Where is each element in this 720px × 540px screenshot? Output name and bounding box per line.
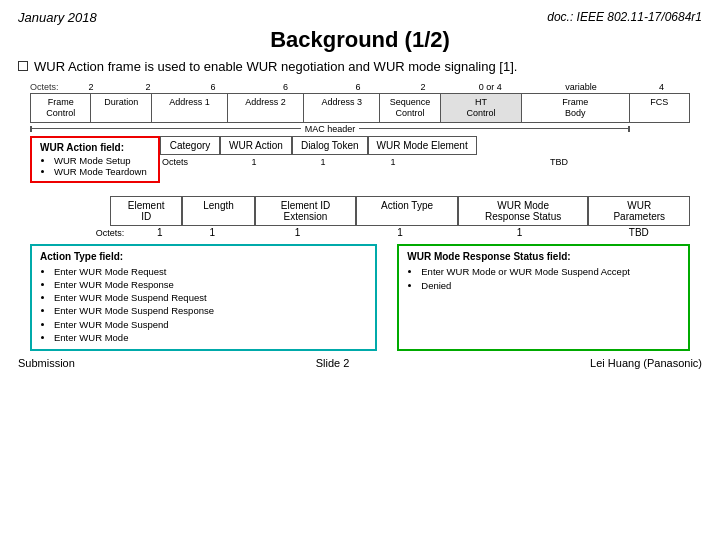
wur-action-field-list: WUR Mode Setup WUR Mode Teardown bbox=[40, 155, 150, 177]
page: January 2018 doc.: IEEE 802.11-17/0684r1… bbox=[0, 0, 720, 540]
elem-val-5: 1 bbox=[451, 227, 587, 238]
frame-cell-seq: SequenceControl bbox=[380, 94, 440, 122]
action-type-item-1: Enter WUR Mode Request bbox=[54, 265, 367, 278]
cat-val-4: TBD bbox=[428, 157, 690, 167]
wur-action-field-box: WUR Action field: WUR Mode Setup WUR Mod… bbox=[30, 136, 160, 183]
footer-right: Lei Huang (Panasonic) bbox=[590, 357, 702, 369]
wur-parameters-box: WURParameters bbox=[588, 196, 690, 226]
action-type-item-4: Enter WUR Mode Suspend Response bbox=[54, 304, 367, 317]
wur-action-item-2: WUR Mode Teardown bbox=[54, 166, 150, 177]
octets-elem-label: Octets: 1 bbox=[110, 227, 178, 238]
wur-mode-response-list: Enter WUR Mode or WUR Mode Suspend Accep… bbox=[407, 265, 680, 294]
frame-cell-addr2: Address 2 bbox=[228, 94, 304, 122]
wur-mode-resp-item-1: Enter WUR Mode or WUR Mode Suspend Accep… bbox=[421, 265, 680, 279]
footer: Submission Slide 2 Lei Huang (Panasonic) bbox=[18, 357, 702, 369]
wur-action-field-title: WUR Action field: bbox=[40, 142, 150, 153]
action-type-list: Enter WUR Mode Request Enter WUR Mode Re… bbox=[40, 265, 367, 345]
dialog-token-box: Dialog Token bbox=[292, 136, 368, 155]
wur-mode-response-title: WUR Mode Response Status field: bbox=[407, 251, 680, 262]
octets-label-elem: Octets: bbox=[96, 228, 125, 238]
footer-center: Slide 2 bbox=[316, 357, 350, 369]
category-box: Category bbox=[160, 136, 220, 155]
frame-cell-fc: FrameControl bbox=[31, 94, 91, 122]
octets-label-top: Octets: bbox=[30, 82, 59, 92]
page-title: Background (1/2) bbox=[18, 27, 702, 53]
wur-action-box-label: WUR Action bbox=[220, 136, 292, 155]
length-box: Length bbox=[182, 196, 254, 226]
element-boxes-row: ElementID Length Element IDExtension Act… bbox=[110, 196, 690, 226]
frame-cell-dur: Duration bbox=[91, 94, 151, 122]
bullet-square bbox=[18, 61, 28, 71]
elem-val-4: 1 bbox=[349, 227, 451, 238]
frame-cell-body: FrameBody bbox=[522, 94, 629, 122]
action-type-item-2: Enter WUR Mode Response bbox=[54, 278, 367, 291]
bottom-section: Action Type field: Enter WUR Mode Reques… bbox=[30, 244, 690, 352]
header-right: doc.: IEEE 802.11-17/0684r1 bbox=[547, 10, 702, 24]
element-id-ext-box: Element IDExtension bbox=[255, 196, 357, 226]
frame-diagram: Octets: 2 2 6 6 6 2 0 or 4 variable 4 Fr… bbox=[30, 82, 690, 134]
action-type-item-3: Enter WUR Mode Suspend Request bbox=[54, 291, 367, 304]
annotation-area: WUR Action field: WUR Mode Setup WUR Mod… bbox=[30, 136, 690, 194]
frame-boxes: FrameControl Duration Address 1 Address … bbox=[30, 93, 690, 123]
mac-header-brace: MAC header bbox=[30, 124, 630, 134]
frame-cell-addr3: Address 3 bbox=[304, 94, 380, 122]
element-values-row: Octets: 1 1 1 1 1 TBD bbox=[110, 227, 690, 238]
header: January 2018 doc.: IEEE 802.11-17/0684r1 bbox=[18, 10, 702, 25]
action-type-item-6: Enter WUR Mode bbox=[54, 331, 367, 344]
frame-cell-fcs: FCS bbox=[630, 94, 689, 122]
wur-mode-element-box: WUR Mode Element bbox=[368, 136, 477, 155]
cat-val-3: 1 bbox=[358, 157, 428, 167]
frame-cell-ht: HTControl bbox=[441, 94, 522, 122]
wur-mode-response-box: WUR Mode Response Status field: Enter WU… bbox=[397, 244, 690, 352]
element-section: ElementID Length Element IDExtension Act… bbox=[30, 196, 690, 238]
action-type-field-title: Action Type field: bbox=[40, 251, 367, 262]
cat-val-2: 1 bbox=[288, 157, 358, 167]
wur-action-item-1: WUR Mode Setup bbox=[54, 155, 150, 166]
category-octets-row: Octets 1 1 1 TBD bbox=[160, 157, 690, 167]
category-boxes-row: Category WUR Action Dialog Token WUR Mod… bbox=[160, 136, 690, 155]
elem-val-2: 1 bbox=[178, 227, 246, 238]
action-type-item-5: Enter WUR Mode Suspend bbox=[54, 318, 367, 331]
footer-left: Submission bbox=[18, 357, 75, 369]
elem-val-3: 1 bbox=[246, 227, 348, 238]
mac-header-label: MAC header bbox=[301, 124, 360, 134]
intro-line: WUR Action frame is used to enable WUR n… bbox=[18, 59, 702, 74]
frame-cell-addr1: Address 1 bbox=[152, 94, 228, 122]
category-area: Category WUR Action Dialog Token WUR Mod… bbox=[160, 136, 690, 167]
wur-mode-resp-status-box: WUR ModeResponse Status bbox=[458, 196, 589, 226]
elem-val-6: TBD bbox=[588, 227, 690, 238]
action-type-box-label: Action Type bbox=[356, 196, 458, 226]
element-id-box: ElementID bbox=[110, 196, 182, 226]
intro-text: WUR Action frame is used to enable WUR n… bbox=[34, 59, 517, 74]
wur-mode-resp-item-2: Denied bbox=[421, 279, 680, 293]
cat-val-1: 1 bbox=[220, 157, 288, 167]
header-left: January 2018 bbox=[18, 10, 97, 25]
action-type-field-box: Action Type field: Enter WUR Mode Reques… bbox=[30, 244, 377, 352]
octets-small-label: Octets bbox=[160, 157, 220, 167]
